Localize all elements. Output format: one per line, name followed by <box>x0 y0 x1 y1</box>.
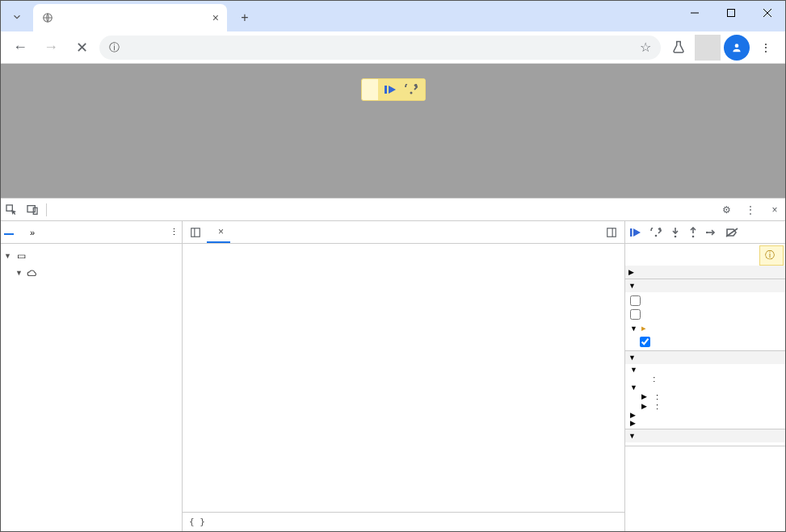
subtab-page[interactable] <box>4 230 14 235</box>
debugger-toolbar <box>625 221 785 244</box>
devtools-panel: ⚙ ⋮ × » ⋮ ▼ ▭ ▼ <box>1 198 785 531</box>
pause-uncaught-checkbox[interactable] <box>625 294 785 308</box>
section-scope[interactable]: ▼ <box>625 351 785 364</box>
svg-marker-18 <box>633 228 641 237</box>
browser-tab[interactable]: × <box>33 4 227 31</box>
cloud-icon <box>27 269 38 277</box>
navigator-menu-icon[interactable]: ⋮ <box>170 227 179 237</box>
window-titlebar: × + <box>1 1 785 31</box>
devtools-tabbar: ⚙ ⋮ × <box>1 199 785 221</box>
js-file-icon: ▸ <box>641 323 646 333</box>
window-minimize-button[interactable] <box>676 1 712 25</box>
editor-tab[interactable]: × <box>207 221 230 243</box>
file-tree: ▼ ▭ ▼ <box>1 244 182 531</box>
svg-point-23 <box>692 235 695 237</box>
deactivate-breakpoints-button[interactable] <box>725 228 738 237</box>
svg-point-21 <box>675 235 677 237</box>
svg-rect-7 <box>385 86 387 94</box>
devtools-more-icon[interactable]: ⋮ <box>740 199 761 220</box>
section-watch[interactable]: ▶ <box>625 266 785 279</box>
editor-tab-close-icon[interactable]: × <box>218 226 224 237</box>
devtools-settings-icon[interactable]: ⚙ <box>716 199 737 220</box>
device-toolbar-icon[interactable] <box>22 199 43 220</box>
scope-obj[interactable]: ▶: <box>630 401 780 411</box>
forward-button: → <box>38 35 64 61</box>
stop-reload-button[interactable]: ✕ <box>69 35 95 61</box>
svg-rect-17 <box>630 228 633 237</box>
svg-point-6 <box>735 44 739 48</box>
paused-reason: ⓘ <box>759 245 784 266</box>
tree-top[interactable]: ▼ ▭ <box>1 247 182 264</box>
svg-marker-8 <box>389 86 396 94</box>
svg-rect-2 <box>727 10 734 17</box>
section-callstack[interactable]: ▼ <box>625 429 785 442</box>
paused-overlay <box>361 78 426 101</box>
new-tab-button[interactable]: + <box>233 6 256 29</box>
svg-point-9 <box>410 92 412 94</box>
back-button[interactable]: ← <box>7 35 33 61</box>
tab-search-button[interactable] <box>7 7 27 27</box>
scope-property: : <box>630 374 780 383</box>
svg-point-25 <box>706 231 708 232</box>
url-input[interactable]: ⓘ ☆ <box>99 36 661 60</box>
svg-rect-13 <box>191 228 200 237</box>
scope-local[interactable]: ▼ <box>630 383 780 392</box>
bookmark-icon[interactable]: ☆ <box>640 40 651 55</box>
tab-favicon <box>41 11 54 24</box>
pretty-print-icon[interactable]: { } <box>189 517 205 527</box>
toggle-navigator-icon[interactable] <box>186 223 205 242</box>
svg-point-19 <box>655 234 658 237</box>
tab-close-icon[interactable]: × <box>212 11 219 24</box>
step-button[interactable] <box>706 228 717 237</box>
labs-icon[interactable] <box>666 35 691 61</box>
debugger-panel: ⓘ ▶ ▼ ▼▸ ▼ ▼ : ▼ <box>625 221 785 531</box>
address-bar: ← → ✕ ⓘ ☆ ⋮ <box>1 31 785 64</box>
resume-button[interactable] <box>630 228 641 237</box>
step-out-button[interactable] <box>688 227 698 238</box>
chrome-menu-button[interactable]: ⋮ <box>753 35 779 61</box>
editor-statusbar: { } <box>183 512 624 531</box>
window-icon: ▭ <box>15 250 27 262</box>
site-info-icon[interactable]: ⓘ <box>109 40 120 55</box>
code-area[interactable] <box>183 244 624 512</box>
sources-navigator: » ⋮ ▼ ▭ ▼ <box>1 221 183 531</box>
source-editor: × { } <box>183 221 625 531</box>
breakpoint-file[interactable]: ▼▸ <box>625 321 785 335</box>
breakpoint-item[interactable] <box>625 335 785 349</box>
section-breakpoints[interactable]: ▼ <box>625 279 785 292</box>
profile-button[interactable] <box>724 35 750 61</box>
scope-block[interactable]: ▼ <box>630 366 780 374</box>
scope-this[interactable]: ▶: <box>630 392 780 401</box>
step-over-button[interactable] <box>649 228 662 237</box>
window-maximize-button[interactable] <box>712 1 749 25</box>
toggle-sidebar-icon[interactable] <box>602 223 621 242</box>
tree-origin[interactable]: ▼ <box>1 264 182 281</box>
pause-caught-checkbox[interactable] <box>625 308 785 321</box>
window-close-button[interactable] <box>749 1 785 25</box>
overlay-resume-button[interactable] <box>385 84 397 95</box>
subtab-workspace[interactable] <box>17 231 27 234</box>
info-icon: ⓘ <box>765 249 775 262</box>
subtab-more-icon[interactable]: » <box>30 228 35 237</box>
devtools-close-icon[interactable]: × <box>764 199 785 220</box>
inspect-element-icon[interactable] <box>1 199 22 220</box>
scope-global[interactable]: ▶ <box>630 419 780 427</box>
scope-script[interactable]: ▶ <box>630 411 780 419</box>
svg-rect-15 <box>607 228 616 237</box>
step-into-button[interactable] <box>670 227 680 238</box>
page-viewport <box>1 64 785 198</box>
overlay-step-button[interactable] <box>404 84 418 95</box>
